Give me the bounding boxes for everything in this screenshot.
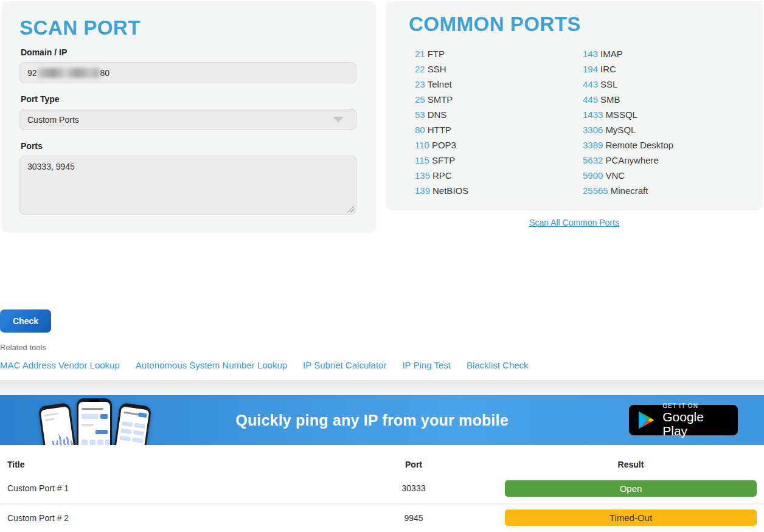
domain-ip-value-suffix: 80 xyxy=(100,68,110,78)
scan-port-title: SCAN PORT xyxy=(19,17,356,39)
status-badge-open: Open xyxy=(505,480,757,497)
common-port-item: 194IRC xyxy=(583,61,751,77)
common-port-item: 135RPC xyxy=(415,168,583,183)
phone-mockup-right xyxy=(111,402,152,445)
results-header-title: Title xyxy=(0,460,341,469)
ports-textarea[interactable]: 30333, 9945 xyxy=(19,156,356,215)
common-port-item: 25565Minecraft xyxy=(583,183,751,198)
google-play-badge-line1: GET IT ON xyxy=(662,402,731,409)
mobile-app-banner[interactable]: Quickly ping any IP from your mobile GET… xyxy=(0,395,764,445)
result-row-port: 30333 xyxy=(341,483,487,493)
port-type-select[interactable]: Custom Ports xyxy=(19,109,356,130)
domain-ip-input[interactable]: 9280 xyxy=(19,62,356,83)
chevron-down-icon xyxy=(333,117,344,122)
top-panels: SCAN PORT Domain / IP 9280 Port Type Cus… xyxy=(0,0,764,234)
common-ports-column: COMMON PORTS 21FTP 22SSH 23Telnet 25SMTP… xyxy=(386,1,763,228)
related-tools-heading: Related tools xyxy=(0,343,764,352)
table-row: Custom Port # 1 30333 Open xyxy=(0,474,764,503)
google-play-badge-text: GET IT ON Google Play xyxy=(662,402,731,438)
scan-all-common-ports-link[interactable]: Scan All Common Ports xyxy=(529,218,619,227)
common-ports-list-right: 143IMAP 194IRC 443SSL 445SMB 1433MSSQL 3… xyxy=(583,46,751,198)
result-row-title: Custom Port # 1 xyxy=(0,483,341,493)
results-header-row: Title Port Result xyxy=(0,455,764,474)
link-blacklist-check[interactable]: Blacklist Check xyxy=(467,360,529,370)
status-badge-timed-out: Timed-Out xyxy=(505,510,757,526)
common-ports-title: COMMON PORTS xyxy=(409,13,751,35)
common-port-item: 21FTP xyxy=(415,46,583,61)
google-play-badge[interactable]: GET IT ON Google Play xyxy=(628,404,738,436)
common-port-item: 3389Remote Desktop xyxy=(583,137,751,153)
common-port-item: 3306MySQL xyxy=(583,122,751,137)
domain-ip-value-prefix: 92 xyxy=(27,68,37,78)
google-play-icon xyxy=(636,409,656,431)
common-port-item: 1433MSSQL xyxy=(583,107,751,122)
link-ip-ping-test[interactable]: IP Ping Test xyxy=(402,360,451,370)
phone-mockup-center xyxy=(77,398,112,445)
link-mac-address-vendor-lookup[interactable]: MAC Address Vendor Lookup xyxy=(0,360,120,370)
result-row-port: 9945 xyxy=(341,513,487,523)
results-header-port: Port xyxy=(341,460,487,469)
ports-label: Ports xyxy=(21,141,356,151)
common-port-item: 5900VNC xyxy=(583,168,751,183)
table-row: Custom Port # 2 9945 Timed-Out xyxy=(0,503,764,532)
ports-value: 30333, 9945 xyxy=(27,162,75,171)
common-ports-panel: COMMON PORTS 21FTP 22SSH 23Telnet 25SMTP… xyxy=(386,1,763,210)
common-port-item: 53DNS xyxy=(415,107,583,122)
section-divider-band xyxy=(0,380,764,395)
port-type-label: Port Type xyxy=(21,94,356,104)
check-button[interactable]: Check xyxy=(0,309,51,333)
link-asn-lookup[interactable]: Autonomous System Number Lookup xyxy=(136,360,287,370)
domain-ip-label: Domain / IP xyxy=(21,47,356,57)
scan-results-table: Title Port Result Custom Port # 1 30333 … xyxy=(0,445,764,532)
common-port-item: 22SSH xyxy=(415,61,583,77)
common-port-item: 25SMTP xyxy=(415,92,583,107)
google-play-badge-line2: Google Play xyxy=(662,410,731,438)
common-port-item: 80HTTP xyxy=(415,122,583,137)
common-port-item: 5632PCAnywhere xyxy=(583,153,751,168)
phone-mockup-left xyxy=(38,402,79,445)
common-port-item: 110POP3 xyxy=(415,137,583,153)
common-port-item: 23Telnet xyxy=(415,77,583,92)
redacted-ip-segment xyxy=(38,68,99,78)
common-port-item: 445SMB xyxy=(583,92,751,107)
link-ip-subnet-calculator[interactable]: IP Subnet Calculator xyxy=(303,360,386,370)
common-port-item: 443SSL xyxy=(583,77,751,92)
resize-handle-icon[interactable] xyxy=(346,204,354,212)
result-row-title: Custom Port # 2 xyxy=(0,513,341,523)
related-tools-links: MAC Address Vendor Lookup Autonomous Sys… xyxy=(0,360,764,370)
check-button-row: Check xyxy=(0,309,764,333)
port-type-selected-value: Custom Ports xyxy=(27,115,79,125)
common-port-item: 139NetBIOS xyxy=(415,183,583,198)
app-phones-image xyxy=(41,398,151,445)
common-port-item: 115SFTP xyxy=(415,153,583,168)
results-header-result: Result xyxy=(487,460,764,469)
common-ports-list-left: 21FTP 22SSH 23Telnet 25SMTP 53DNS 80HTTP… xyxy=(415,46,583,198)
scan-port-panel: SCAN PORT Domain / IP 9280 Port Type Cus… xyxy=(1,1,376,233)
common-port-item: 143IMAP xyxy=(583,46,751,61)
